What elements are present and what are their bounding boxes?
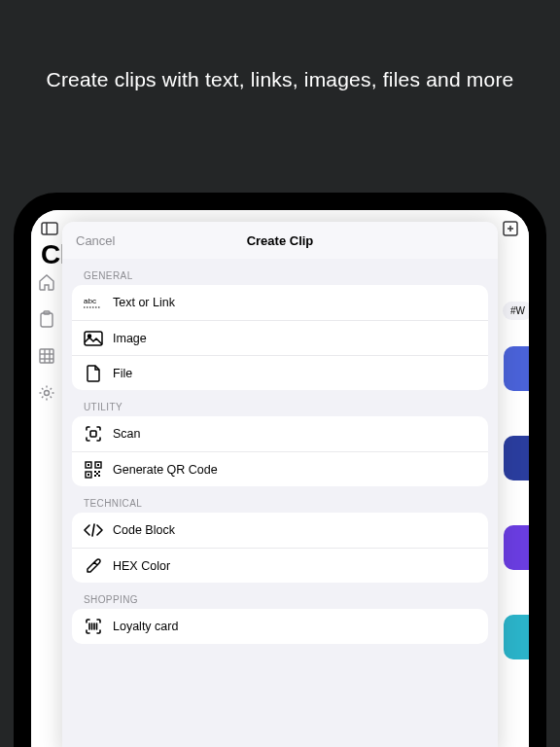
svg-rect-0 bbox=[42, 223, 57, 234]
row-label: File bbox=[113, 367, 132, 380]
svg-rect-23 bbox=[88, 474, 89, 476]
create-clip-modal: Cancel Create Clip GENERAL abc Text or L… bbox=[62, 222, 498, 747]
row-image[interactable]: Image bbox=[72, 320, 488, 355]
clip-card[interactable] bbox=[504, 615, 529, 659]
cancel-button[interactable]: Cancel bbox=[76, 233, 115, 248]
row-text-or-link[interactable]: abc Text or Link bbox=[72, 285, 488, 320]
sidebar-icons bbox=[37, 272, 56, 403]
background-clip-cards bbox=[504, 346, 529, 659]
modal-nav: Cancel Create Clip bbox=[62, 222, 498, 259]
group-utility: Scan Generate QR Code bbox=[72, 416, 488, 486]
modal-title: Create Clip bbox=[247, 233, 314, 248]
barcode-viewfinder-icon bbox=[84, 617, 103, 636]
gear-icon[interactable] bbox=[37, 383, 56, 403]
row-label: Code Block bbox=[113, 523, 175, 537]
device-screen: Cl #W Cancel Create Clip GENERAL bbox=[31, 210, 529, 747]
clipboard-icon[interactable] bbox=[37, 309, 56, 329]
group-general: abc Text or Link Image Fi bbox=[72, 285, 488, 390]
code-icon bbox=[84, 520, 103, 540]
clip-card[interactable] bbox=[504, 346, 529, 391]
svg-rect-15 bbox=[85, 332, 102, 345]
clip-card[interactable] bbox=[504, 436, 529, 480]
row-label: Image bbox=[113, 332, 147, 345]
sidebar-toggle-icon[interactable] bbox=[41, 220, 58, 237]
viewfinder-icon bbox=[84, 424, 103, 444]
svg-rect-26 bbox=[94, 475, 96, 477]
modal-content: GENERAL abc Text or Link Image bbox=[62, 259, 498, 747]
group-technical: Code Block HEX Color bbox=[72, 513, 488, 583]
section-header-shopping: SHOPPING bbox=[84, 594, 488, 605]
row-loyalty-card[interactable]: Loyalty card bbox=[72, 609, 488, 644]
svg-rect-19 bbox=[88, 464, 89, 466]
eyedropper-icon bbox=[84, 556, 103, 576]
row-label: Loyalty card bbox=[113, 620, 178, 633]
row-label: Scan bbox=[113, 427, 141, 441]
device-frame: Cl #W Cancel Create Clip GENERAL bbox=[14, 193, 546, 747]
abc-icon: abc bbox=[84, 293, 103, 312]
svg-rect-5 bbox=[41, 313, 52, 327]
home-icon[interactable] bbox=[37, 272, 56, 292]
section-header-utility: UTILITY bbox=[84, 402, 488, 412]
row-qr[interactable]: Generate QR Code bbox=[72, 451, 488, 486]
row-code-block[interactable]: Code Block bbox=[72, 513, 488, 548]
svg-rect-25 bbox=[98, 471, 100, 473]
svg-rect-27 bbox=[98, 475, 100, 477]
clip-card[interactable] bbox=[504, 525, 529, 570]
group-shopping: Loyalty card bbox=[72, 609, 488, 644]
row-hex-color[interactable]: HEX Color bbox=[72, 548, 488, 583]
svg-text:abc: abc bbox=[84, 297, 96, 305]
add-square-icon[interactable] bbox=[502, 220, 519, 237]
svg-point-12 bbox=[45, 391, 50, 396]
document-icon bbox=[84, 364, 103, 383]
tag-chip[interactable]: #W bbox=[503, 302, 529, 320]
grid-icon[interactable] bbox=[37, 346, 56, 366]
photo-icon bbox=[84, 329, 103, 348]
section-header-general: GENERAL bbox=[84, 270, 488, 281]
marketing-headline: Create clips with text, links, images, f… bbox=[0, 68, 560, 91]
section-header-technical: TECHNICAL bbox=[84, 498, 488, 509]
svg-rect-21 bbox=[97, 464, 99, 466]
svg-rect-28 bbox=[96, 473, 98, 475]
qrcode-icon bbox=[84, 460, 103, 480]
row-label: Text or Link bbox=[113, 296, 175, 309]
row-scan[interactable]: Scan bbox=[72, 416, 488, 451]
row-label: Generate QR Code bbox=[113, 463, 218, 477]
row-label: HEX Color bbox=[113, 559, 170, 573]
row-file[interactable]: File bbox=[72, 355, 488, 390]
svg-rect-24 bbox=[94, 471, 96, 473]
svg-rect-17 bbox=[90, 431, 96, 437]
svg-rect-7 bbox=[40, 349, 53, 363]
